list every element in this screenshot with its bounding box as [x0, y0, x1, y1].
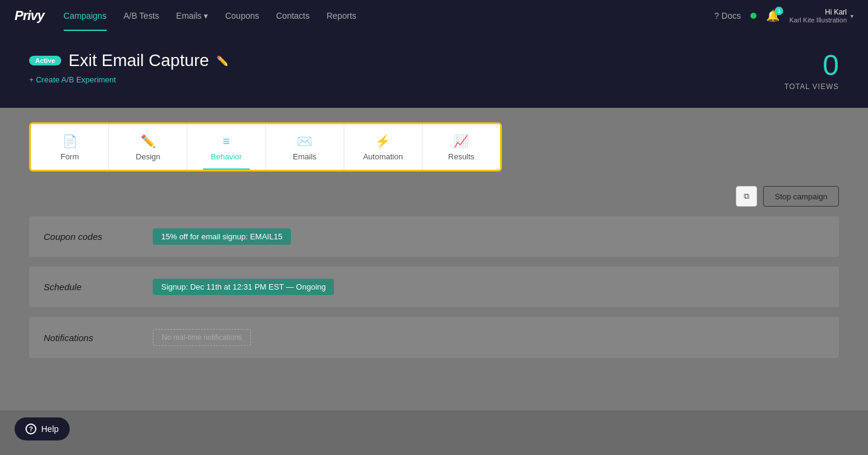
- total-views-count: 0: [784, 51, 839, 80]
- edit-icon[interactable]: ✏️: [216, 55, 229, 67]
- nav-contacts[interactable]: Contacts: [276, 1, 310, 30]
- top-actions: ⧉ Stop campaign: [29, 186, 839, 207]
- form-icon: 📄: [62, 134, 78, 148]
- coupon-codes-label: Coupon codes: [44, 231, 153, 242]
- nav-ab-tests[interactable]: A/B Tests: [124, 1, 159, 30]
- hero-title-row: Active Exit Email Capture ✏️: [29, 51, 229, 70]
- tab-emails[interactable]: ✉️ Emails: [266, 124, 344, 170]
- notifications-tag[interactable]: No real-time notifications: [153, 329, 251, 346]
- user-greeting: Hi Karl: [789, 8, 847, 16]
- hero-section: Active Exit Email Capture ✏️ + Create A/…: [0, 32, 868, 108]
- nav-emails[interactable]: Emails ▾: [176, 1, 209, 30]
- nav-user[interactable]: Hi Karl Karl Kite Illustration ▾: [789, 8, 853, 24]
- nav-reports[interactable]: Reports: [327, 1, 356, 30]
- create-ab-link[interactable]: + Create A/B Experiment: [29, 75, 229, 84]
- tab-results[interactable]: 📈 Results: [422, 124, 500, 170]
- schedule-tag[interactable]: Signup: Dec 11th at 12:31 PM EST — Ongoi…: [153, 279, 334, 295]
- campaign-title: Exit Email Capture: [68, 51, 209, 70]
- copy-button[interactable]: ⧉: [736, 186, 757, 207]
- results-icon: 📈: [453, 134, 469, 148]
- active-badge: Active: [29, 56, 61, 65]
- coupon-codes-tag[interactable]: 15% off for email signup: EMAIL15: [153, 228, 291, 245]
- user-company: Karl Kite Illustration: [789, 16, 847, 24]
- coupon-codes-section: Coupon codes 15% off for email signup: E…: [29, 216, 839, 257]
- status-dot: [750, 13, 756, 19]
- help-label: Help: [41, 424, 59, 434]
- help-icon: ?: [25, 423, 36, 434]
- app-logo[interactable]: Privy: [15, 8, 44, 24]
- schedule-label: Schedule: [44, 282, 153, 292]
- tab-automation[interactable]: ⚡ Automation: [344, 124, 422, 170]
- stop-campaign-button[interactable]: Stop campaign: [763, 186, 839, 207]
- notifications-label: Notifications: [44, 333, 153, 343]
- user-info: Hi Karl Karl Kite Illustration: [789, 8, 847, 24]
- tab-design-label: Design: [136, 152, 160, 161]
- design-icon: ✏️: [141, 134, 156, 148]
- nav-right: ? Docs 🔔 1 Hi Karl Karl Kite Illustratio…: [715, 8, 853, 24]
- tabs-container: 📄 Form ✏️ Design ≡ Behavior ✉️ Emails ⚡ …: [29, 122, 502, 171]
- nav-bell[interactable]: 🔔 1: [766, 9, 780, 22]
- help-button[interactable]: ? Help: [15, 417, 70, 440]
- schedule-section: Schedule Signup: Dec 11th at 12:31 PM ES…: [29, 267, 839, 307]
- navbar: Privy Campaigns A/B Tests Emails ▾ Coupo…: [0, 0, 868, 32]
- tab-form[interactable]: 📄 Form: [31, 124, 109, 170]
- tab-design[interactable]: ✏️ Design: [109, 124, 187, 170]
- total-views-label: TOTAL VIEWS: [784, 82, 839, 91]
- tab-results-label: Results: [448, 152, 474, 161]
- tab-form-label: Form: [61, 152, 79, 161]
- tab-behavior[interactable]: ≡ Behavior: [187, 125, 265, 170]
- nav-links: Campaigns A/B Tests Emails ▾ Coupons Con…: [64, 1, 715, 30]
- notifications-section: Notifications No real-time notifications: [29, 317, 839, 358]
- emails-icon: ✉️: [297, 134, 312, 148]
- content-area: 📄 Form ✏️ Design ≡ Behavior ✉️ Emails ⚡ …: [0, 108, 868, 410]
- tab-automation-label: Automation: [363, 152, 403, 161]
- tab-behavior-label: Behavior: [211, 152, 242, 161]
- hero-left: Active Exit Email Capture ✏️ + Create A/…: [29, 51, 229, 84]
- hero-right: 0 TOTAL VIEWS: [784, 51, 839, 91]
- nav-campaigns[interactable]: Campaigns: [64, 1, 107, 30]
- user-dropdown-arrow: ▾: [850, 13, 853, 19]
- behavior-icon: ≡: [223, 135, 230, 148]
- bell-badge: 1: [775, 7, 783, 15]
- question-icon: ?: [715, 11, 719, 21]
- nav-docs[interactable]: ? Docs: [715, 11, 741, 21]
- automation-icon: ⚡: [375, 134, 390, 148]
- nav-coupons[interactable]: Coupons: [225, 1, 259, 30]
- tab-emails-label: Emails: [293, 152, 316, 161]
